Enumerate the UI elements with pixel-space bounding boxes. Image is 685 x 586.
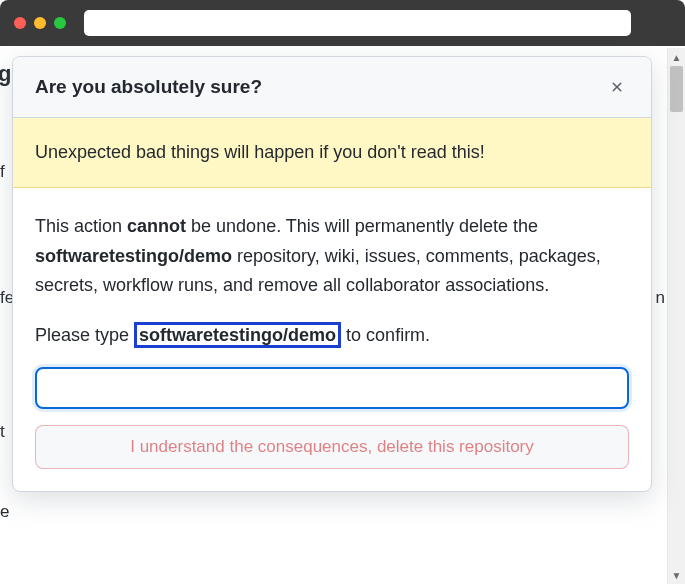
delete-repo-button[interactable]: I understand the consequences, delete th… — [35, 425, 629, 469]
modal-body: This action cannot be undone. This will … — [13, 188, 651, 491]
modal-description: This action cannot be undone. This will … — [35, 212, 629, 301]
bg-fragment: n — [656, 284, 665, 311]
scroll-down-arrow-icon[interactable]: ▼ — [668, 566, 685, 584]
delete-repo-modal: Are you absolutely sure? Unexpected bad … — [12, 56, 652, 492]
text-fragment: Please type — [35, 325, 134, 345]
url-bar[interactable] — [84, 10, 631, 36]
window-controls — [14, 17, 66, 29]
close-modal-button[interactable] — [605, 75, 629, 99]
bg-fragment: t — [0, 418, 5, 445]
browser-titlebar — [0, 0, 685, 46]
cannot-emphasis: cannot — [127, 216, 186, 236]
scrollbar-track[interactable]: ▲ ▼ — [667, 48, 685, 584]
minimize-window-button[interactable] — [34, 17, 46, 29]
confirm-repo-input[interactable] — [35, 367, 629, 409]
repo-name-highlight: softwaretestingo/demo — [134, 322, 341, 348]
text-fragment: This action — [35, 216, 127, 236]
repo-name-strong: softwaretestingo/demo — [35, 246, 232, 266]
close-icon — [609, 79, 625, 95]
scroll-up-arrow-icon[interactable]: ▲ — [668, 48, 685, 66]
confirm-instruction: Please type softwaretestingo/demo to con… — [35, 321, 629, 351]
text-fragment: be undone. This will permanently delete … — [186, 216, 538, 236]
bg-fragment: e — [0, 498, 9, 525]
close-window-button[interactable] — [14, 17, 26, 29]
bg-fragment: g — [0, 56, 11, 91]
modal-title: Are you absolutely sure? — [35, 76, 262, 98]
modal-header: Are you absolutely sure? — [13, 57, 651, 118]
maximize-window-button[interactable] — [54, 17, 66, 29]
warning-text: Unexpected bad things will happen if you… — [35, 142, 485, 162]
text-fragment: to confirm. — [341, 325, 430, 345]
bg-fragment: f — [0, 158, 5, 185]
warning-banner: Unexpected bad things will happen if you… — [13, 118, 651, 188]
scrollbar-thumb[interactable] — [670, 66, 683, 112]
